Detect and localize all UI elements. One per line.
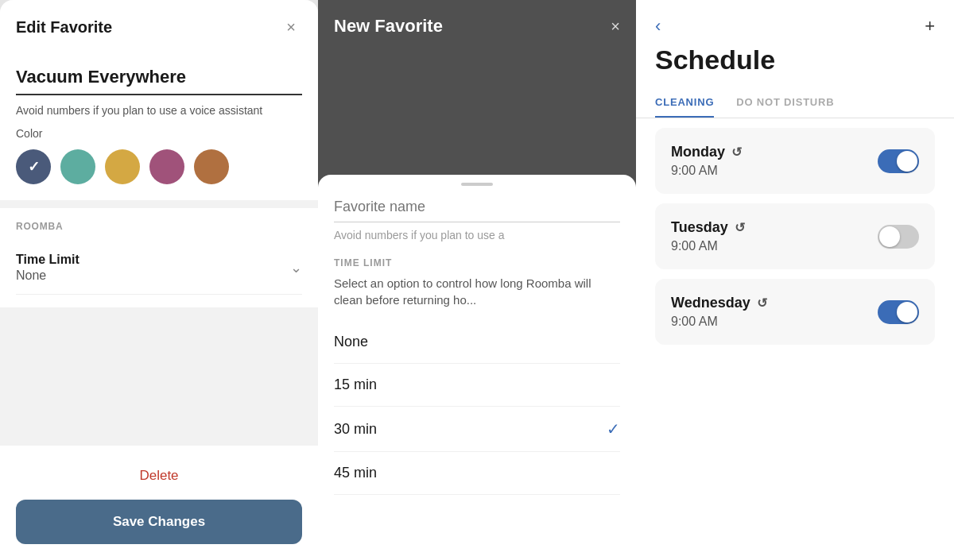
roomba-section: ROOMBA Time Limit None ⌄ — [0, 208, 318, 307]
save-changes-button[interactable]: Save Changes — [16, 500, 302, 544]
time-option-30-label: 30 min — [334, 421, 377, 438]
monday-toggle[interactable] — [878, 149, 919, 173]
monday-info: Monday ↺ 9:00 AM — [671, 144, 742, 178]
repeat-icon-wednesday: ↺ — [757, 295, 767, 311]
modal-handle — [461, 183, 493, 186]
time-option-15[interactable]: 15 min — [334, 364, 620, 407]
time-limit-desc: Select an option to control how long Roo… — [334, 275, 620, 308]
wednesday-toggle-thumb — [897, 302, 917, 322]
time-option-45-label: 45 min — [334, 465, 377, 481]
tuesday-day: Tuesday ↺ — [671, 219, 745, 236]
roomba-label: ROOMBA — [16, 221, 302, 232]
hint-text: Avoid numbers if you plan to use a voice… — [16, 103, 302, 119]
panel2-content: Avoid numbers if you plan to use a TIME … — [318, 199, 636, 495]
chevron-down-icon: ⌄ — [290, 259, 302, 276]
time-limit-row[interactable]: Time Limit None ⌄ — [16, 241, 302, 295]
repeat-icon-tuesday: ↺ — [735, 220, 745, 235]
panel1-title: Edit Favorite — [16, 18, 112, 37]
repeat-icon-monday: ↺ — [731, 145, 742, 160]
panel2-top-content: New Favorite × — [318, 0, 636, 52]
new-favorite-name-input[interactable] — [334, 199, 620, 222]
color-picker — [16, 149, 302, 184]
divider-1 — [0, 200, 318, 208]
wednesday-day: Wednesday ↺ — [671, 295, 767, 311]
schedule-tabs: CLEANING DO NOT DISTURB — [636, 88, 954, 118]
back-button[interactable]: ‹ — [655, 16, 661, 37]
schedule-item-monday: Monday ↺ 9:00 AM — [655, 128, 935, 194]
panel2-hint: Avoid numbers if you plan to use a — [334, 229, 620, 241]
tuesday-toggle-thumb — [879, 226, 900, 247]
schedule-list: Monday ↺ 9:00 AM Tuesday ↺ 9:00 AM — [636, 118, 954, 560]
color-brown[interactable] — [194, 149, 229, 184]
time-option-30[interactable]: 30 min ✓ — [334, 407, 620, 452]
edit-favorite-panel: Edit Favorite × Avoid numbers if you pla… — [0, 0, 318, 560]
time-option-45[interactable]: 45 min — [334, 452, 620, 495]
schedule-title: Schedule — [636, 44, 954, 88]
wednesday-time: 9:00 AM — [671, 315, 767, 329]
panel2-modal: Avoid numbers if you plan to use a TIME … — [318, 175, 636, 560]
panel2-close-button[interactable]: × — [611, 17, 620, 36]
tab-do-not-disturb[interactable]: DO NOT DISTURB — [736, 88, 834, 118]
time-limit-section: TIME LIMIT Select an option to control h… — [334, 257, 620, 495]
time-option-none[interactable]: None — [334, 321, 620, 364]
color-label: Color — [16, 127, 302, 140]
color-gold[interactable] — [105, 149, 140, 184]
wednesday-info: Wednesday ↺ 9:00 AM — [671, 295, 767, 329]
schedule-header: ‹ + — [636, 0, 954, 44]
time-limit-label: TIME LIMIT — [334, 257, 620, 268]
time-option-15-label: 15 min — [334, 377, 377, 393]
color-navy[interactable] — [16, 149, 51, 184]
add-schedule-button[interactable]: + — [925, 16, 935, 37]
monday-day: Monday ↺ — [671, 144, 742, 160]
tuesday-toggle[interactable] — [878, 225, 919, 249]
favorite-name-input[interactable] — [16, 67, 302, 95]
monday-time: 9:00 AM — [671, 164, 742, 178]
panel1-body: Avoid numbers if you plan to use a voice… — [0, 51, 318, 200]
tab-cleaning[interactable]: CLEANING — [655, 88, 714, 118]
tuesday-info: Tuesday ↺ 9:00 AM — [671, 219, 745, 253]
color-teal[interactable] — [60, 149, 95, 184]
panel1-close-button[interactable]: × — [280, 16, 302, 38]
new-favorite-panel-wrapper: New Favorite × Avoid numbers if you plan… — [318, 0, 636, 560]
time-limit-info: Time Limit None — [16, 253, 80, 283]
setting-value: None — [16, 268, 80, 283]
tuesday-time: 9:00 AM — [671, 239, 745, 253]
divider-2 — [0, 307, 318, 315]
setting-name: Time Limit — [16, 253, 80, 267]
time-option-none-label: None — [334, 334, 368, 350]
schedule-item-wednesday: Wednesday ↺ 9:00 AM — [655, 279, 935, 345]
panel1-header: Edit Favorite × — [0, 0, 318, 51]
bottom-actions: Delete Save Changes — [0, 446, 318, 560]
color-purple[interactable] — [149, 149, 184, 184]
wednesday-toggle[interactable] — [878, 300, 919, 324]
monday-toggle-thumb — [897, 151, 917, 172]
checkmark-icon: ✓ — [607, 419, 620, 438]
delete-button[interactable]: Delete — [16, 458, 302, 493]
panel2-title: New Favorite — [334, 16, 443, 37]
schedule-panel: ‹ + Schedule CLEANING DO NOT DISTURB Mon… — [636, 0, 954, 560]
schedule-item-tuesday: Tuesday ↺ 9:00 AM — [655, 203, 935, 269]
